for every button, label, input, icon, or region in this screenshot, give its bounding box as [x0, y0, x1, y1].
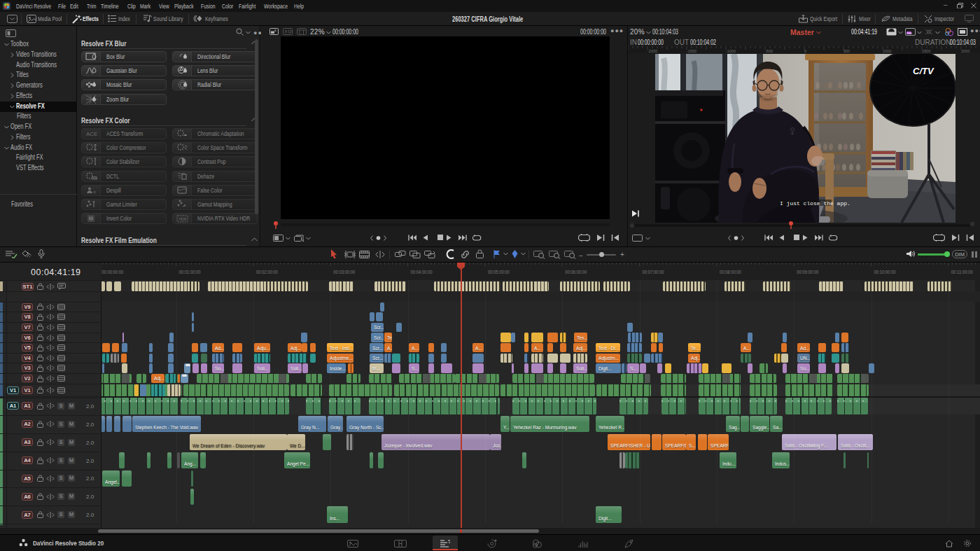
- svg-text:1000: 1000: [883, 49, 891, 53]
- svg-text:00:04:00:00: 00:04:00:00: [411, 269, 433, 275]
- svg-text:00:09:00:00: 00:09:00:00: [797, 269, 818, 275]
- svg-text:00:00:00:00: 00:00:00:00: [102, 269, 123, 275]
- svg-text:-500: -500: [765, 49, 773, 53]
- svg-text:00:08:00:00: 00:08:00:00: [720, 269, 741, 275]
- svg-text:00:02:00:00: 00:02:00:00: [256, 269, 278, 275]
- svg-text:ACES: ACES: [86, 131, 98, 137]
- svg-text:DCTL: DCTL: [92, 177, 98, 181]
- svg-text:2000: 2000: [961, 49, 969, 53]
- svg-text:00:01:00:00: 00:01:00:00: [179, 269, 201, 275]
- svg-text:00:03:00:00: 00:03:00:00: [333, 269, 355, 275]
- svg-text:-1000: -1000: [726, 49, 736, 53]
- svg-text:C/TV: C/TV: [913, 66, 934, 76]
- svg-text:00:06:00:00: 00:06:00:00: [565, 269, 587, 275]
- svg-text:FHD: FHD: [907, 32, 913, 35]
- svg-text:00:07:00:00: 00:07:00:00: [643, 269, 664, 275]
- svg-text:I just close the app.: I just close the app.: [780, 200, 850, 207]
- svg-text:00:11:00:00: 00:11:00:00: [951, 269, 973, 275]
- svg-text:HDR: HDR: [179, 217, 187, 221]
- svg-text:500: 500: [844, 49, 850, 53]
- svg-text:a: a: [274, 29, 276, 32]
- svg-text:0: 0: [804, 49, 806, 53]
- svg-text:-1500: -1500: [687, 49, 696, 53]
- svg-text:00:10:00:00: 00:10:00:00: [874, 269, 896, 275]
- svg-text:-2000: -2000: [648, 49, 657, 53]
- svg-text:1500: 1500: [922, 49, 930, 53]
- svg-text:00:05:00:00: 00:05:00:00: [488, 269, 510, 275]
